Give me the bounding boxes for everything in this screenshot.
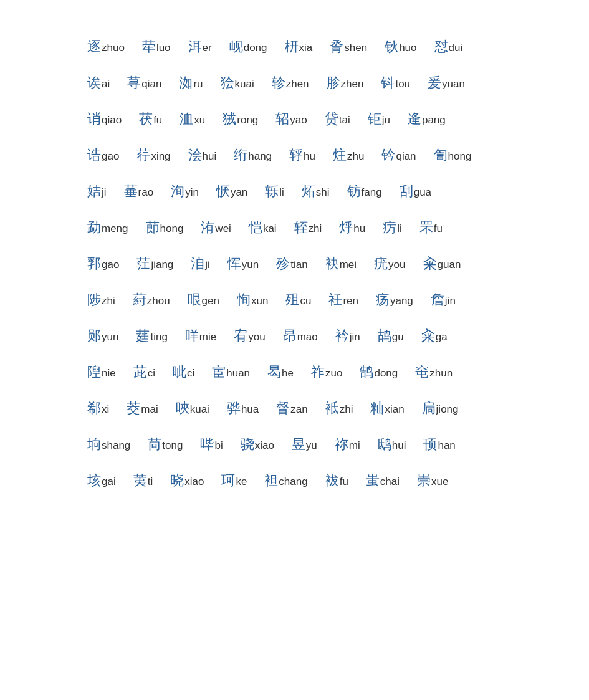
entry: 枅xia xyxy=(285,37,313,56)
pinyin: cu xyxy=(300,295,311,307)
hanzi: 窀 xyxy=(415,363,429,381)
entry: 骅hua xyxy=(227,399,259,418)
pinyin: tian xyxy=(290,259,307,271)
hanzi: 珂 xyxy=(221,471,235,490)
entry: 咩mie xyxy=(185,327,216,345)
entry: 勐meng xyxy=(87,218,128,237)
pinyin: xia xyxy=(299,42,313,54)
entry: 罘fu xyxy=(419,218,443,237)
hanzi: 钤 xyxy=(381,146,395,165)
entry: 胗zhen xyxy=(327,74,364,92)
entry: 茭mai xyxy=(127,399,158,418)
entry: 訇hong xyxy=(434,146,472,165)
hanzi: 恹 xyxy=(216,182,230,201)
entry: 扃jiong xyxy=(422,399,459,418)
entry: 钬huo xyxy=(385,37,416,56)
hanzi: 唊 xyxy=(176,399,189,418)
hanzi: 莭 xyxy=(146,218,160,237)
pinyin: ti xyxy=(148,476,153,488)
entry: 钫fang xyxy=(347,182,382,201)
hanzi: 垓 xyxy=(87,471,101,490)
hanzi: 咩 xyxy=(185,327,199,345)
hanzi: 狯 xyxy=(221,74,234,92)
pinyin: zuo xyxy=(325,367,342,380)
hanzi: 籼 xyxy=(370,399,384,418)
entry: 宦huan xyxy=(212,363,250,381)
entry: 袂mei xyxy=(325,254,357,273)
pinyin: qiao xyxy=(102,114,122,127)
pinyin: hu xyxy=(304,150,315,163)
pinyin: fu xyxy=(340,476,348,488)
hanzi: 袂 xyxy=(325,254,339,273)
hanzi: 袛 xyxy=(325,399,339,418)
entry: 岘dong xyxy=(229,37,267,56)
entry: 宥you xyxy=(234,327,265,345)
pinyin: hu xyxy=(353,223,365,235)
pinyin: xiao xyxy=(184,476,204,488)
pinyin: bi xyxy=(214,439,223,452)
hanzi: 葤 xyxy=(133,290,146,309)
entry: 洫xu xyxy=(180,110,205,128)
entry: 衿jin xyxy=(335,327,360,345)
hanzi: 鸪 xyxy=(378,327,391,345)
entry: 狨rong xyxy=(223,110,258,128)
hanzi: 籴 xyxy=(423,254,437,273)
hanzi: 炻 xyxy=(302,182,315,201)
entry: 绗hang xyxy=(234,146,272,165)
entry: 袒chang xyxy=(264,471,307,490)
entry: 刮gua xyxy=(400,182,431,201)
pinyin: yuan xyxy=(442,78,465,90)
row-1: 诶ai荨qian洳ru狯kuai轸zhen胗zhen钭tou爰yuan xyxy=(87,74,502,92)
entry: 洱er xyxy=(188,37,212,56)
hanzi: 茯 xyxy=(139,110,153,128)
hanzi: 哔 xyxy=(200,435,214,454)
entry: 炻shi xyxy=(302,182,330,201)
entry: 钜ju xyxy=(368,110,390,128)
hanzi: 郗 xyxy=(87,399,101,418)
hanzi: 疠 xyxy=(383,218,396,237)
hanzi: 轹 xyxy=(265,182,279,201)
entry: 恹yan xyxy=(216,182,247,201)
hanzi: 鹄 xyxy=(360,363,373,381)
entry: 诰gao xyxy=(87,146,119,165)
hanzi: 姞 xyxy=(87,182,101,201)
pinyin: ting xyxy=(150,331,167,343)
pinyin: xun xyxy=(251,295,268,307)
hanzi: 籴 xyxy=(421,327,435,345)
entry: 袚fu xyxy=(325,471,348,490)
hanzi: 疡 xyxy=(376,290,390,309)
entry: 荨qian xyxy=(127,74,161,92)
hanzi: 烀 xyxy=(339,218,353,237)
pinyin: hong xyxy=(160,223,184,235)
hanzi: 隉 xyxy=(87,363,101,381)
pinyin: guan xyxy=(438,259,461,271)
pinyin: fang xyxy=(362,186,382,199)
hanzi: 轷 xyxy=(289,146,303,165)
hanzi: 钜 xyxy=(368,110,381,128)
hanzi: 垧 xyxy=(87,435,101,454)
pinyin: shi xyxy=(316,186,330,199)
hanzi: 荦 xyxy=(142,37,156,56)
hanzi: 哏 xyxy=(188,290,201,309)
entry: 菙rao xyxy=(124,182,154,201)
pinyin: fu xyxy=(434,223,443,235)
hanzi: 呲 xyxy=(173,363,186,381)
entry: 珂ke xyxy=(221,471,247,490)
entry: 呲ci xyxy=(173,363,194,381)
entry: 荦luo xyxy=(142,37,171,56)
pinyin: tong xyxy=(162,439,183,452)
hanzi: 衿 xyxy=(335,327,349,345)
pinyin: hui xyxy=(392,439,406,452)
hanzi: 洧 xyxy=(201,218,214,237)
pinyin: xu xyxy=(194,114,205,127)
entry: 哔bi xyxy=(200,435,223,454)
pinyin: shen xyxy=(344,42,367,54)
entry: 苘tong xyxy=(148,435,183,454)
entry: 轷hu xyxy=(289,146,315,165)
pinyin: zhuo xyxy=(102,42,125,54)
entry: 晓xiao xyxy=(170,471,204,490)
pinyin: zhun xyxy=(429,367,453,380)
entry: 祚zuo xyxy=(311,363,342,381)
pinyin: hui xyxy=(203,150,217,163)
pinyin: gu xyxy=(392,331,404,343)
